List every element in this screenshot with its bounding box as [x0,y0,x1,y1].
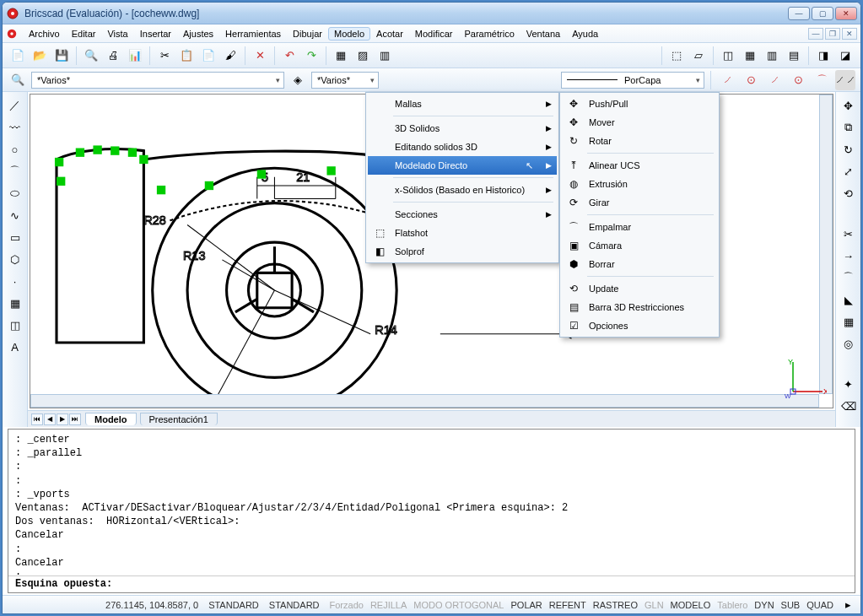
mdi-restore-button[interactable]: ❐ [825,28,840,40]
tab-presentacion1[interactable]: Presentación1 [140,413,218,425]
menu-vista[interactable]: Vista [101,27,133,41]
view-top-button[interactable]: ▱ [688,46,709,66]
plot-button[interactable]: 📊 [125,46,145,66]
menu-acotar[interactable]: Acotar [370,27,409,41]
status-toggle-modelo[interactable]: MODELO [667,600,715,610]
new-button[interactable]: 📄 [8,46,28,66]
menu-item-editando-solidos-3d[interactable]: Editando solidos 3D▶ [368,138,557,156]
viewport3-button[interactable]: ▥ [762,46,782,66]
menu-item-x-s-lidos-basado-en-historico-[interactable]: x-Sólidos (Basado en Historico)▶ [368,181,557,199]
tool3-button[interactable]: ▥ [375,46,395,66]
menu-ayuda[interactable]: Ayuda [566,27,604,41]
menu-herramientas[interactable]: Herramientas [219,27,287,41]
offset-tool[interactable]: ◎ [839,333,859,354]
cut-button[interactable]: ✂ [154,46,175,66]
layer-search-button[interactable]: 🔍 [8,70,28,90]
constraint4-button[interactable]: ⊙ [788,70,808,90]
save-button[interactable]: 💾 [51,46,72,66]
print-preview-button[interactable]: 🔍 [81,46,101,66]
constraint3-button[interactable]: ⟋ [764,70,785,90]
submenu-item-borrar[interactable]: ⬢Borrar [562,255,717,273]
menu-item-mallas[interactable]: Mallas▶ [368,95,557,113]
mirror-tool[interactable]: ⟲ [839,183,859,203]
array-tool[interactable]: ▦ [839,311,859,332]
status-toggle-forzado[interactable]: Forzado [326,600,367,610]
menu-item-solprof[interactable]: ◧Solprof [368,242,557,261]
layer-dropdown2[interactable]: *Varios* [311,72,379,89]
tab-modelo[interactable]: Modelo [85,413,137,425]
viewport4-button[interactable]: ▤ [784,46,804,66]
viewport2-button[interactable]: ▦ [740,46,760,66]
redo-button[interactable]: ↷ [301,46,321,66]
tab-prev-button[interactable]: ◀ [44,413,56,425]
constraint1-button[interactable]: ⟋ [717,70,737,90]
layer-state-button[interactable]: ◈ [288,70,308,90]
explode-tool[interactable]: ✦ [839,374,859,394]
vertical-scrollbar[interactable] [819,95,833,394]
copy-tool[interactable]: ⧉ [839,117,859,138]
command-history[interactable]: : _center : _parallel : : : _vports Vent… [8,430,855,575]
minimize-button[interactable]: — [788,7,810,20]
extend-tool[interactable]: → [839,246,859,266]
submenu-item-push-pull[interactable]: ✥Push/Pull [562,95,717,113]
tab-last-button[interactable]: ⏭ [69,413,81,425]
chamfer-tool[interactable]: ◣ [839,289,859,310]
polyline-tool[interactable]: 〰 [5,117,25,138]
mdi-close-button[interactable]: ✕ [842,28,857,40]
erase-tool[interactable]: ⌫ [839,396,859,416]
submenu-item-c-mara[interactable]: ▣Cámara [562,236,717,255]
tool1-button[interactable]: ▦ [331,46,351,66]
submenu-item-barra-3d-restricciones[interactable]: ▤Barra 3D Restricciones [562,298,717,316]
polygon-tool[interactable]: ⬡ [5,249,25,269]
layer-dropdown[interactable]: *Varios* [31,72,284,89]
ellipse-tool[interactable]: ⬭ [5,183,25,203]
status-toggle-sub[interactable]: SUB [778,600,804,610]
circle-tool[interactable]: ○ [5,139,25,159]
status-toggle-rejilla[interactable]: REJILLA [367,600,410,610]
submenu-item-extrusi-n[interactable]: ◍Extrusión [562,175,717,193]
status-toggle-modo-ortogonal[interactable]: MODO ORTOGONAL [410,600,507,610]
menu-ajustes[interactable]: Ajustes [177,27,219,41]
maximize-button[interactable]: ▢ [812,7,833,20]
menu-parametrico[interactable]: Paramétrico [458,27,520,41]
menu-modificar[interactable]: Modificar [409,27,459,41]
menu-item-flatshot[interactable]: ⬚Flatshot [368,224,557,242]
constraint5-button[interactable]: ⌒ [812,70,832,90]
status-toggle-rastreo[interactable]: RASTREO [590,600,641,610]
menu-item-secciones[interactable]: Secciones▶ [368,205,557,224]
tab-first-button[interactable]: ⏮ [31,413,43,425]
status-toggle-polar[interactable]: POLAR [507,600,545,610]
close-button[interactable]: ✕ [835,7,857,20]
delete-button[interactable]: ✕ [250,46,270,66]
render1-button[interactable]: ◨ [813,46,833,66]
constraint2-button[interactable]: ⊙ [741,70,761,90]
menu-archivo[interactable]: Archivo [23,27,66,41]
matchprops-button[interactable]: 🖌 [220,46,240,66]
region-tool[interactable]: ◫ [5,315,25,335]
trim-tool[interactable]: ✂ [839,224,859,244]
menu-dibujar[interactable]: Dibujar [287,27,328,41]
linetype-dropdown[interactable]: PorCapa [561,72,704,89]
submenu-item-girar[interactable]: ⟳Girar [562,193,717,212]
tab-next-button[interactable]: ▶ [57,413,68,425]
arc-tool[interactable]: ⌒ [5,161,25,181]
rotate-tool[interactable]: ↻ [839,139,859,159]
scale-tool[interactable]: ⤢ [839,161,859,181]
menu-insertar[interactable]: Insertar [134,27,177,41]
rect-tool[interactable]: ▭ [5,227,25,247]
point-tool[interactable]: · [5,271,25,291]
move-tool[interactable]: ✥ [839,95,859,116]
status-toggle-quad[interactable]: QUAD [803,600,837,610]
submenu-item-rotar[interactable]: ↻Rotar [562,132,717,150]
view-iso-button[interactable]: ⬚ [666,46,687,66]
open-button[interactable]: 📂 [30,46,50,66]
undo-button[interactable]: ↶ [279,46,299,66]
spline-tool[interactable]: ∿ [5,205,25,225]
status-toggle-refent[interactable]: REFENT [546,600,590,610]
hatch-tool[interactable]: ▦ [5,293,25,313]
mdi-minimize-button[interactable]: — [808,28,823,40]
fillet-tool[interactable]: ⌒ [839,267,859,288]
paste-button[interactable]: 📄 [198,46,218,66]
submenu-item-opciones[interactable]: ☑Opciones [562,316,717,335]
print-button[interactable]: 🖨 [103,46,123,66]
